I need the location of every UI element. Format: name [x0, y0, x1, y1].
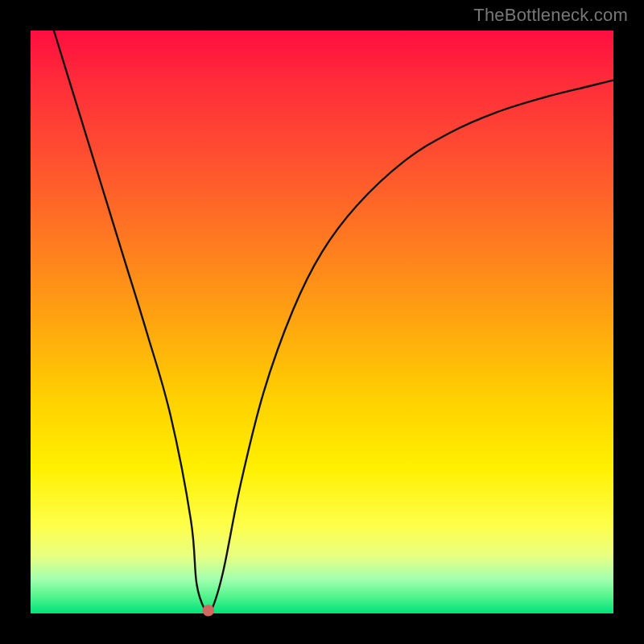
- watermark-text: TheBottleneck.com: [473, 5, 628, 26]
- curve-layer: [31, 31, 613, 613]
- chart-frame: TheBottleneck.com: [0, 0, 644, 644]
- plot-area: [31, 31, 613, 613]
- bottleneck-curve: [54, 31, 613, 615]
- minimum-marker: [203, 605, 214, 616]
